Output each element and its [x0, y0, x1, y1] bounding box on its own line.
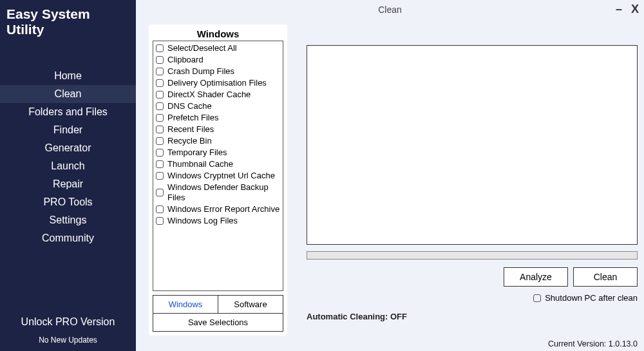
auto-cleaning-status: Automatic Cleaning: OFF [307, 312, 638, 321]
check-temp-files[interactable]: Temporary Files [156, 147, 280, 158]
check-directx-shader[interactable]: DirectX Shader Cache [156, 89, 280, 100]
clean-options-panel: Windows Select/Deselect All Clipboard Cr… [149, 24, 287, 336]
checkbox-icon[interactable] [156, 217, 164, 225]
results-panel: Analyze Clean Shutdown PC after clean Au… [307, 24, 638, 336]
check-cryptnet-cache[interactable]: Windows Cryptnet Url Cache [156, 170, 280, 182]
check-label: Windows Defender Backup Files [167, 182, 280, 203]
nav-settings[interactable]: Settings [0, 211, 136, 229]
check-label: Windows Error Report Archive [167, 204, 279, 214]
app-title: Easy System Utility [0, 0, 136, 41]
check-dns-cache[interactable]: DNS Cache [156, 100, 280, 112]
nav-launch[interactable]: Launch [0, 157, 136, 175]
nav-repair[interactable]: Repair [0, 175, 136, 193]
page-title: Clean [378, 5, 402, 15]
action-row: Analyze Clean [307, 267, 638, 287]
checkbox-icon[interactable] [156, 160, 164, 168]
check-label: Recent Files [167, 124, 214, 135]
check-error-report[interactable]: Windows Error Report Archive [156, 204, 280, 215]
check-label: Crash Dump Files [167, 66, 234, 77]
tab-row: Windows Software [153, 295, 283, 313]
unlock-pro[interactable]: Unlock PRO Version [0, 312, 136, 332]
checkbox-icon[interactable] [156, 44, 164, 52]
checkbox-icon[interactable] [156, 126, 164, 133]
content: Windows Select/Deselect All Clipboard Cr… [136, 19, 644, 338]
checkbox-icon[interactable] [156, 102, 164, 110]
checkbox-icon[interactable] [156, 149, 164, 157]
nav: Home Clean Folders and Files Finder Gene… [0, 67, 136, 247]
main: Clean – X Windows Select/Deselect All Cl… [136, 0, 644, 351]
checkbox-icon[interactable] [156, 56, 164, 64]
check-label: Delivery Optimisation Files [167, 78, 267, 88]
checkbox-icon[interactable] [156, 172, 164, 180]
checkbox-icon[interactable] [156, 137, 164, 145]
sidebar: Easy System Utility Home Clean Folders a… [0, 0, 136, 351]
nav-clean[interactable]: Clean [0, 85, 136, 103]
check-clipboard[interactable]: Clipboard [156, 54, 280, 66]
checkbox-icon[interactable] [156, 114, 164, 122]
analyze-button[interactable]: Analyze [504, 267, 568, 287]
panel-heading: Windows [153, 28, 283, 41]
check-label: Prefetch Files [167, 113, 218, 123]
minimize-button[interactable]: – [616, 3, 622, 16]
check-log-files[interactable]: Windows Log Files [156, 215, 280, 227]
check-label: Windows Cryptnet Url Cache [167, 171, 275, 181]
check-label: DirectX Shader Cache [167, 90, 251, 100]
checkbox-icon[interactable] [156, 205, 164, 213]
clean-checklist: Select/Deselect All Clipboard Crash Dump… [153, 41, 283, 291]
progress-bar [307, 251, 638, 260]
clean-button[interactable]: Clean [573, 267, 638, 287]
check-prefetch[interactable]: Prefetch Files [156, 112, 280, 124]
nav-generator[interactable]: Generator [0, 139, 136, 157]
checkbox-icon[interactable] [156, 91, 164, 99]
output-box [307, 45, 638, 245]
check-label: Thumbnail Cache [167, 159, 233, 169]
check-delivery-opt[interactable]: Delivery Optimisation Files [156, 77, 280, 89]
check-label: Select/Deselect All [167, 43, 237, 53]
shutdown-row[interactable]: Shutdown PC after clean [307, 293, 638, 303]
nav-community[interactable]: Community [0, 229, 136, 247]
nav-finder[interactable]: Finder [0, 121, 136, 139]
update-status: No New Updates [0, 332, 136, 351]
check-label: Windows Log Files [167, 216, 238, 226]
check-label: Recycle Bin [167, 136, 212, 146]
checkbox-icon[interactable] [156, 68, 164, 75]
tab-windows[interactable]: Windows [153, 296, 218, 313]
check-label: Temporary Files [167, 147, 227, 158]
checkbox-icon[interactable] [533, 294, 541, 302]
titlebar: Clean – X [136, 0, 644, 19]
window-controls: – X [616, 3, 639, 16]
check-crash-dump[interactable]: Crash Dump Files [156, 66, 280, 77]
shutdown-label: Shutdown PC after clean [545, 293, 638, 303]
checkbox-icon[interactable] [156, 189, 164, 196]
check-recent-files[interactable]: Recent Files [156, 124, 280, 135]
check-label: Clipboard [167, 55, 204, 65]
check-select-all[interactable]: Select/Deselect All [156, 43, 280, 54]
checkbox-icon[interactable] [156, 79, 164, 87]
version-label: Current Version: 1.0.13.0 [136, 338, 644, 351]
check-label: DNS Cache [167, 101, 212, 111]
nav-folders-files[interactable]: Folders and Files [0, 103, 136, 121]
save-selections-button[interactable]: Save Selections [153, 313, 283, 332]
check-defender-backup[interactable]: Windows Defender Backup Files [156, 182, 280, 204]
nav-pro-tools[interactable]: PRO Tools [0, 193, 136, 211]
tab-software[interactable]: Software [218, 296, 283, 313]
check-recycle-bin[interactable]: Recycle Bin [156, 135, 280, 147]
close-button[interactable]: X [631, 3, 639, 16]
check-thumbnail-cache[interactable]: Thumbnail Cache [156, 158, 280, 170]
nav-home[interactable]: Home [0, 67, 136, 85]
